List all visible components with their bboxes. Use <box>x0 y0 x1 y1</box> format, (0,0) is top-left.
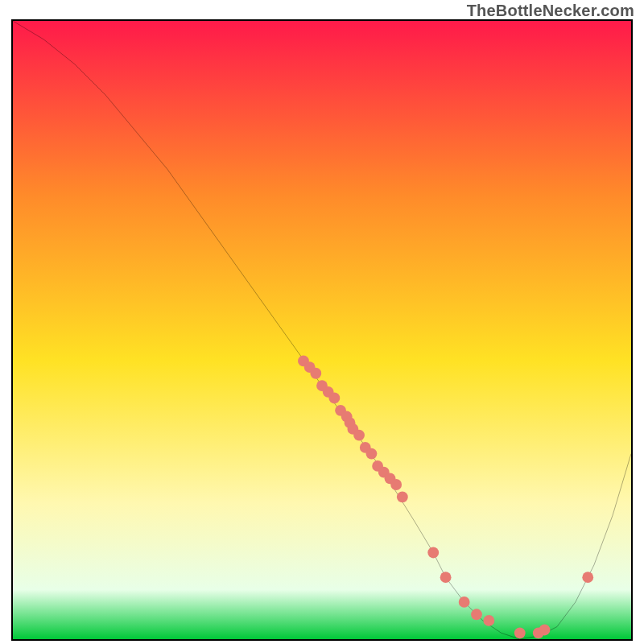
marker-point <box>427 547 439 559</box>
marker-point <box>440 572 452 583</box>
marker-point <box>397 491 408 502</box>
marker-point <box>514 627 526 638</box>
marker-point <box>483 615 494 626</box>
marker-point <box>328 393 340 404</box>
chart-container: TheBottleNecker.com <box>0 0 644 644</box>
plot-svg <box>13 21 631 639</box>
marker-point <box>310 368 321 379</box>
marker-point <box>366 448 378 460</box>
marker-point <box>539 625 551 636</box>
marker-point <box>471 609 482 620</box>
marker-point <box>459 597 470 608</box>
plot-frame <box>11 19 633 641</box>
marker-point <box>390 479 402 490</box>
marker-point <box>582 572 593 583</box>
watermark-text: TheBottleNecker.com <box>467 2 634 20</box>
gradient-background <box>13 21 631 639</box>
marker-point <box>353 430 365 441</box>
